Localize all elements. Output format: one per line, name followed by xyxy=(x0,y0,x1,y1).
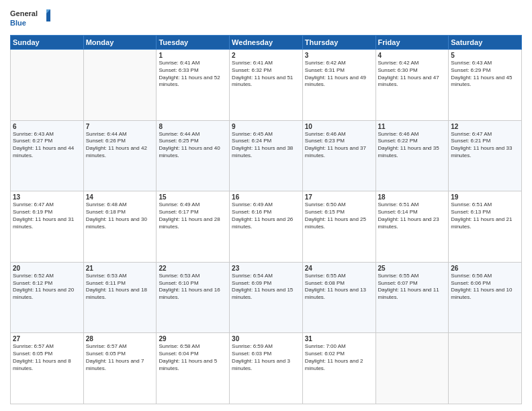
day-number-26: 26 xyxy=(451,265,519,272)
day-number-22: 22 xyxy=(159,265,227,272)
day-info-19: Sunrise: 6:51 AM Sunset: 6:13 PM Dayligh… xyxy=(451,201,519,230)
day-number-7: 7 xyxy=(86,123,154,130)
day-cell-14: 14Sunrise: 6:48 AM Sunset: 6:18 PM Dayli… xyxy=(83,191,157,263)
day-info-17: Sunrise: 6:50 AM Sunset: 6:15 PM Dayligh… xyxy=(305,201,373,230)
day-number-5: 5 xyxy=(451,52,519,59)
day-info-18: Sunrise: 6:51 AM Sunset: 6:14 PM Dayligh… xyxy=(378,201,447,230)
day-cell-3: 3Sunrise: 6:42 AM Sunset: 6:31 PM Daylig… xyxy=(302,50,375,121)
day-cell-24: 24Sunrise: 6:55 AM Sunset: 6:08 PM Dayli… xyxy=(302,262,375,333)
weekday-header-wednesday: Wednesday xyxy=(230,36,303,50)
empty-cell-0-1 xyxy=(83,50,157,121)
week-row-4: 20Sunrise: 6:52 AM Sunset: 6:12 PM Dayli… xyxy=(11,262,522,333)
day-info-25: Sunrise: 6:55 AM Sunset: 6:07 PM Dayligh… xyxy=(378,273,447,302)
day-info-26: Sunrise: 6:56 AM Sunset: 6:06 PM Dayligh… xyxy=(451,273,519,302)
day-number-25: 25 xyxy=(378,265,447,272)
weekday-header-row: SundayMondayTuesdayWednesdayThursdayFrid… xyxy=(11,36,522,50)
day-info-9: Sunrise: 6:45 AM Sunset: 6:24 PM Dayligh… xyxy=(232,131,300,160)
day-info-23: Sunrise: 6:54 AM Sunset: 6:09 PM Dayligh… xyxy=(232,273,300,302)
day-cell-6: 6Sunrise: 6:43 AM Sunset: 6:27 PM Daylig… xyxy=(11,120,84,191)
empty-cell-0-0 xyxy=(11,50,84,121)
day-number-6: 6 xyxy=(13,123,81,130)
empty-cell-4-6 xyxy=(449,333,522,404)
day-cell-30: 30Sunrise: 6:59 AM Sunset: 6:03 PM Dayli… xyxy=(230,333,303,404)
day-number-24: 24 xyxy=(305,265,373,272)
day-cell-1: 1Sunrise: 6:41 AM Sunset: 6:33 PM Daylig… xyxy=(157,50,230,121)
svg-text:Blue: Blue xyxy=(10,19,26,27)
day-number-8: 8 xyxy=(159,123,227,130)
day-number-12: 12 xyxy=(451,123,519,130)
day-info-13: Sunrise: 6:47 AM Sunset: 6:19 PM Dayligh… xyxy=(13,201,81,230)
day-cell-21: 21Sunrise: 6:53 AM Sunset: 6:11 PM Dayli… xyxy=(83,262,157,333)
day-cell-31: 31Sunrise: 7:00 AM Sunset: 6:02 PM Dayli… xyxy=(302,333,375,404)
svg-text:General: General xyxy=(10,9,38,17)
day-number-14: 14 xyxy=(86,193,154,201)
weekday-header-tuesday: Tuesday xyxy=(157,36,230,50)
day-info-15: Sunrise: 6:49 AM Sunset: 6:17 PM Dayligh… xyxy=(159,201,227,230)
day-cell-9: 9Sunrise: 6:45 AM Sunset: 6:24 PM Daylig… xyxy=(230,120,303,191)
day-cell-17: 17Sunrise: 6:50 AM Sunset: 6:15 PM Dayli… xyxy=(302,191,375,263)
weekday-header-friday: Friday xyxy=(375,36,449,50)
day-number-20: 20 xyxy=(13,265,81,272)
day-number-15: 15 xyxy=(159,193,227,201)
day-cell-7: 7Sunrise: 6:44 AM Sunset: 6:26 PM Daylig… xyxy=(83,120,157,191)
day-info-21: Sunrise: 6:53 AM Sunset: 6:11 PM Dayligh… xyxy=(86,273,154,302)
logo-svg: General Blue xyxy=(10,7,50,31)
day-cell-20: 20Sunrise: 6:52 AM Sunset: 6:12 PM Dayli… xyxy=(11,262,84,333)
weekday-header-monday: Monday xyxy=(83,36,157,50)
day-number-10: 10 xyxy=(305,123,373,130)
header: General Blue xyxy=(10,7,522,31)
day-cell-16: 16Sunrise: 6:49 AM Sunset: 6:16 PM Dayli… xyxy=(230,191,303,263)
week-row-2: 6Sunrise: 6:43 AM Sunset: 6:27 PM Daylig… xyxy=(11,120,522,191)
day-info-20: Sunrise: 6:52 AM Sunset: 6:12 PM Dayligh… xyxy=(13,273,81,302)
day-cell-19: 19Sunrise: 6:51 AM Sunset: 6:13 PM Dayli… xyxy=(449,191,522,263)
day-number-21: 21 xyxy=(86,265,154,272)
day-cell-29: 29Sunrise: 6:58 AM Sunset: 6:04 PM Dayli… xyxy=(157,333,230,404)
day-cell-12: 12Sunrise: 6:47 AM Sunset: 6:21 PM Dayli… xyxy=(449,120,522,191)
day-info-7: Sunrise: 6:44 AM Sunset: 6:26 PM Dayligh… xyxy=(86,131,154,160)
day-info-5: Sunrise: 6:43 AM Sunset: 6:29 PM Dayligh… xyxy=(451,60,519,89)
weekday-header-sunday: Sunday xyxy=(11,36,84,50)
day-cell-2: 2Sunrise: 6:41 AM Sunset: 6:32 PM Daylig… xyxy=(230,50,303,121)
day-info-1: Sunrise: 6:41 AM Sunset: 6:33 PM Dayligh… xyxy=(159,60,227,89)
day-cell-25: 25Sunrise: 6:55 AM Sunset: 6:07 PM Dayli… xyxy=(375,262,449,333)
day-info-30: Sunrise: 6:59 AM Sunset: 6:03 PM Dayligh… xyxy=(232,343,300,372)
day-cell-26: 26Sunrise: 6:56 AM Sunset: 6:06 PM Dayli… xyxy=(449,262,522,333)
day-info-12: Sunrise: 6:47 AM Sunset: 6:21 PM Dayligh… xyxy=(451,131,519,160)
day-number-28: 28 xyxy=(86,335,154,342)
day-number-31: 31 xyxy=(305,335,373,342)
day-info-22: Sunrise: 6:53 AM Sunset: 6:10 PM Dayligh… xyxy=(159,273,227,302)
day-number-1: 1 xyxy=(159,52,227,59)
day-number-19: 19 xyxy=(451,193,519,201)
day-info-8: Sunrise: 6:44 AM Sunset: 6:25 PM Dayligh… xyxy=(159,131,227,160)
week-row-5: 27Sunrise: 6:57 AM Sunset: 6:05 PM Dayli… xyxy=(11,333,522,404)
day-cell-10: 10Sunrise: 6:46 AM Sunset: 6:23 PM Dayli… xyxy=(302,120,375,191)
day-number-9: 9 xyxy=(232,123,300,130)
day-cell-11: 11Sunrise: 6:46 AM Sunset: 6:22 PM Dayli… xyxy=(375,120,449,191)
week-row-3: 13Sunrise: 6:47 AM Sunset: 6:19 PM Dayli… xyxy=(11,191,522,263)
day-cell-5: 5Sunrise: 6:43 AM Sunset: 6:29 PM Daylig… xyxy=(449,50,522,121)
day-cell-28: 28Sunrise: 6:57 AM Sunset: 6:05 PM Dayli… xyxy=(83,333,157,404)
day-number-4: 4 xyxy=(378,52,447,59)
day-info-6: Sunrise: 6:43 AM Sunset: 6:27 PM Dayligh… xyxy=(13,131,81,160)
weekday-header-thursday: Thursday xyxy=(302,36,375,50)
day-number-13: 13 xyxy=(13,193,81,201)
day-info-2: Sunrise: 6:41 AM Sunset: 6:32 PM Dayligh… xyxy=(232,60,300,89)
day-info-28: Sunrise: 6:57 AM Sunset: 6:05 PM Dayligh… xyxy=(86,343,154,372)
weekday-header-saturday: Saturday xyxy=(449,36,522,50)
day-number-3: 3 xyxy=(305,52,373,59)
day-number-27: 27 xyxy=(13,335,81,342)
day-cell-13: 13Sunrise: 6:47 AM Sunset: 6:19 PM Dayli… xyxy=(11,191,84,263)
day-info-4: Sunrise: 6:42 AM Sunset: 6:30 PM Dayligh… xyxy=(378,60,447,89)
day-number-18: 18 xyxy=(378,193,447,201)
day-info-29: Sunrise: 6:58 AM Sunset: 6:04 PM Dayligh… xyxy=(159,343,227,372)
calendar-table: SundayMondayTuesdayWednesdayThursdayFrid… xyxy=(10,35,522,404)
day-number-17: 17 xyxy=(305,193,373,201)
day-info-31: Sunrise: 7:00 AM Sunset: 6:02 PM Dayligh… xyxy=(305,343,373,372)
day-number-23: 23 xyxy=(232,265,300,272)
day-info-24: Sunrise: 6:55 AM Sunset: 6:08 PM Dayligh… xyxy=(305,273,373,302)
day-info-14: Sunrise: 6:48 AM Sunset: 6:18 PM Dayligh… xyxy=(86,201,154,230)
day-cell-23: 23Sunrise: 6:54 AM Sunset: 6:09 PM Dayli… xyxy=(230,262,303,333)
day-cell-8: 8Sunrise: 6:44 AM Sunset: 6:25 PM Daylig… xyxy=(157,120,230,191)
day-cell-18: 18Sunrise: 6:51 AM Sunset: 6:14 PM Dayli… xyxy=(375,191,449,263)
day-cell-27: 27Sunrise: 6:57 AM Sunset: 6:05 PM Dayli… xyxy=(11,333,84,404)
